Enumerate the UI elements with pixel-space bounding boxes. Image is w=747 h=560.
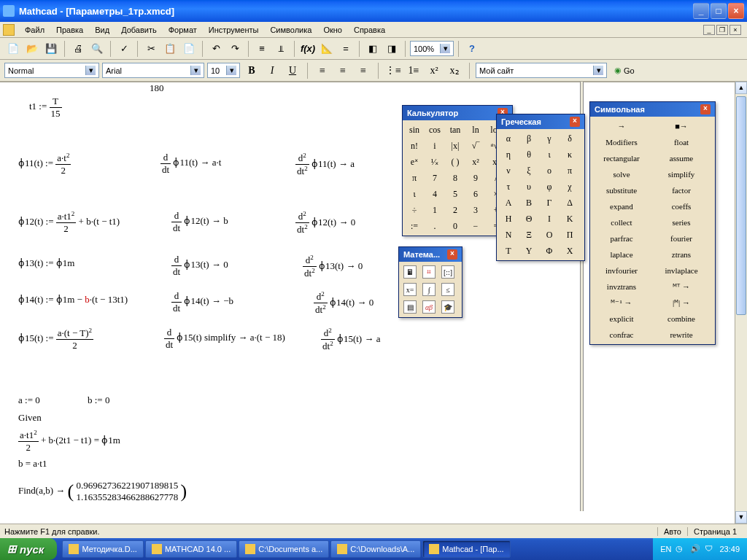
scroll-thumb[interactable] — [736, 96, 746, 315]
menu-view[interactable]: Вид — [89, 24, 115, 36]
math-phi14[interactable]: ϕ14(t) := ϕ1m − b·(t − 13t1) — [18, 294, 128, 306]
math-greek-icon[interactable]: αβ — [419, 298, 438, 316]
palette-cell[interactable]: solve — [592, 166, 651, 182]
palette-cell[interactable]: ξ — [519, 163, 539, 179]
palette-cell[interactable]: η — [498, 147, 519, 163]
save-button[interactable]: 💾 — [42, 40, 60, 58]
palette-cell[interactable]: simplify — [651, 166, 711, 182]
math-phi13[interactable]: ϕ13(t) := ϕ1m — [18, 257, 74, 269]
math-phi15-d2[interactable]: d2dt2 ϕ15(t) → a — [321, 327, 380, 353]
bold-button[interactable]: B — [243, 62, 260, 79]
sup-button[interactable]: x² — [425, 62, 443, 79]
menu-window[interactable]: Окно — [317, 24, 348, 36]
math-phi12-d2[interactable]: d2dt2 ϕ12(t) → 0 — [295, 210, 355, 236]
palette-cell[interactable]: A — [498, 195, 519, 211]
palette-cell[interactable]: explicit — [592, 311, 651, 327]
palette-cell[interactable]: √‾ — [465, 138, 486, 154]
palette-cell[interactable]: N — [498, 227, 519, 243]
site-combo[interactable]: Мой сайт▾ — [476, 63, 607, 78]
palette-cell[interactable]: Φ — [539, 243, 560, 259]
palette-cell[interactable]: ᴹᵀ → — [651, 279, 711, 295]
redo-button[interactable]: ↷ — [226, 40, 244, 58]
italic-button[interactable]: I — [263, 62, 281, 79]
palette-cell[interactable]: 4 — [425, 186, 445, 202]
math-a0[interactable]: a := 0 — [18, 394, 40, 406]
taskbar-task[interactable]: C:\Documents a... — [239, 540, 329, 558]
greek-palette[interactable]: Греческая× αβγδηθικνξοπτυφχABΓΔHΘIKNΞOΠT… — [496, 114, 585, 261]
math-phi15-d1[interactable]: ddt ϕ15(t) simplify → a·(t − 18) — [164, 327, 285, 351]
palette-cell[interactable]: tan — [445, 122, 465, 138]
palette-cell[interactable]: ÷ — [404, 202, 425, 218]
math-phi11-d1[interactable]: ddt ϕ11(t) → a·t — [160, 152, 221, 176]
new-button[interactable]: 📄 — [4, 40, 22, 58]
math-bool-icon[interactable]: ≤ — [438, 281, 457, 298]
math-calc2-icon[interactable]: ∫ — [419, 281, 438, 298]
math-sym-icon[interactable]: 🎓 — [438, 298, 457, 316]
paste-button[interactable]: 📄 — [180, 40, 198, 58]
palette-cell[interactable]: ( ) — [445, 154, 465, 170]
math-given[interactable]: Given — [18, 412, 42, 424]
palette-cell[interactable]: cos — [425, 122, 445, 138]
palette-cell[interactable]: Modifiers — [592, 134, 651, 150]
math-prog-icon[interactable]: ▤ — [400, 298, 419, 316]
tray-icon-1[interactable]: ◷ — [676, 544, 686, 554]
system-tray[interactable]: EN ◷ 🔊 🛡 23:49 — [653, 538, 747, 560]
preview-button[interactable]: 🔍 — [88, 40, 106, 58]
print-button[interactable]: 🖨 — [69, 40, 87, 58]
palette-cell[interactable]: |x| — [445, 138, 465, 154]
palette-cell[interactable]: K — [560, 211, 580, 227]
palette-cell[interactable]: ¹⁄ₓ — [425, 154, 445, 170]
palette-cell[interactable]: − — [465, 218, 486, 234]
mdi-close[interactable]: × — [729, 25, 741, 35]
palette-cell[interactable]: coeffs — [651, 198, 711, 214]
palette-cell[interactable]: 1 — [425, 202, 445, 218]
math-180[interactable]: 180 — [150, 82, 164, 94]
taskbar-task[interactable]: Методичка.D... — [62, 540, 143, 558]
spell-button[interactable]: ✓ — [115, 40, 133, 58]
palette-cell[interactable]: 9 — [465, 170, 486, 186]
palette-cell[interactable]: φ — [539, 179, 560, 195]
palette-cell[interactable]: := — [404, 218, 425, 234]
minimize-button[interactable]: _ — [693, 3, 709, 19]
sym-close-icon[interactable]: × — [700, 104, 711, 114]
taskbar-task[interactable]: Mathcad - [Пар... — [422, 540, 510, 558]
cut-button[interactable]: ✂ — [142, 40, 160, 58]
palette-cell[interactable]: H — [498, 211, 519, 227]
palette-cell[interactable]: 2 — [445, 202, 465, 218]
math-phi13-d2[interactable]: d2dt2 ϕ13(t) → 0 — [303, 254, 363, 280]
menu-help[interactable]: Справка — [348, 24, 391, 36]
palette-cell[interactable]: → — [592, 118, 651, 134]
palette-cell[interactable]: Ξ — [519, 227, 539, 243]
math-g1[interactable]: a·t122 + b·(2t1 − t1) = ϕ1m — [18, 429, 120, 454]
clock[interactable]: 23:49 — [719, 545, 740, 553]
palette-cell[interactable]: Π — [560, 227, 580, 243]
palette-cell[interactable]: float — [651, 134, 711, 150]
align-right-button[interactable]: ≡ — [355, 62, 372, 79]
menu-edit[interactable]: Правка — [50, 24, 89, 36]
palette-cell[interactable]: υ — [519, 179, 539, 195]
palette-cell[interactable]: invfourier — [592, 262, 651, 279]
palette-cell[interactable]: X — [560, 243, 580, 259]
mdi-restore[interactable]: ❐ — [716, 25, 728, 35]
component-button[interactable]: ◧ — [364, 40, 382, 58]
taskbar-task[interactable]: C:\Downloads\A... — [330, 540, 421, 558]
sub-button[interactable]: x₂ — [446, 62, 463, 79]
palette-cell[interactable]: π — [404, 170, 425, 186]
align-left-button[interactable]: ≡ — [314, 62, 331, 79]
palette-cell[interactable]: θ — [519, 147, 539, 163]
font-combo[interactable]: Arial▾ — [102, 63, 204, 78]
palette-cell[interactable]: 6 — [465, 186, 486, 202]
palette-cell[interactable]: ν — [498, 163, 519, 179]
palette-cell[interactable]: factor — [651, 182, 711, 198]
menu-symbolics[interactable]: Символика — [264, 24, 317, 36]
palette-cell[interactable]: 0 — [445, 218, 465, 234]
palette-cell[interactable]: χ — [560, 179, 580, 195]
bullets-button[interactable]: ⋮≡ — [384, 62, 402, 79]
underline-button[interactable]: U — [284, 62, 301, 79]
palette-cell[interactable]: confrac — [592, 327, 651, 343]
math-graph-icon[interactable]: ⌗ — [419, 263, 438, 281]
start-button[interactable]: ⊞пуск — [0, 538, 57, 560]
style-combo[interactable]: Normal▾ — [4, 63, 99, 78]
math-palette[interactable]: Матема...× 🖩 ⌗ [::] x= ∫ ≤ ▤ αβ 🎓 — [398, 246, 462, 318]
math-b0[interactable]: b := 0 — [88, 394, 109, 406]
